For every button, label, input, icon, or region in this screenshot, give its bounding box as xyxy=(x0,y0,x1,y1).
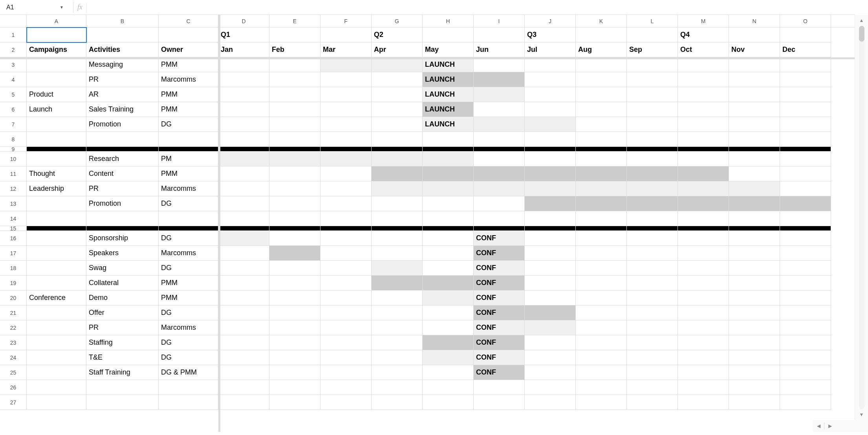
vertical-scrollbar[interactable]: ▲ ▼ xyxy=(855,15,868,420)
month-cell[interactable] xyxy=(627,276,678,291)
horizontal-scroll-controls[interactable]: ◀ ▶ xyxy=(813,420,868,432)
month-cell[interactable] xyxy=(372,365,423,380)
month-cell[interactable] xyxy=(678,152,729,166)
month-cell[interactable] xyxy=(218,117,269,132)
owner-cell[interactable]: Marcomms xyxy=(159,181,218,196)
month-cell[interactable] xyxy=(576,102,627,117)
month-cell[interactable] xyxy=(320,276,372,291)
month-cell[interactable] xyxy=(525,320,576,335)
select-all-corner[interactable] xyxy=(0,15,27,27)
cell[interactable] xyxy=(729,27,780,42)
column-header-A[interactable]: A xyxy=(27,15,86,27)
month-cell[interactable] xyxy=(269,166,320,181)
month-cell[interactable] xyxy=(372,320,423,335)
month-cell[interactable] xyxy=(218,350,269,365)
activity-cell[interactable]: PR xyxy=(86,320,159,335)
month-cell[interactable] xyxy=(372,305,423,320)
month-cell[interactable] xyxy=(423,211,474,226)
row-header-26[interactable]: 26 xyxy=(0,380,26,395)
month-cell[interactable] xyxy=(678,231,729,246)
month-cell[interactable] xyxy=(320,380,372,395)
month-cell[interactable] xyxy=(423,261,474,276)
month-cell[interactable] xyxy=(474,152,525,166)
month-cell[interactable] xyxy=(525,276,576,291)
month-cell[interactable] xyxy=(627,365,678,380)
month-cell[interactable] xyxy=(729,395,780,410)
month-cell[interactable] xyxy=(780,231,831,246)
month-cell[interactable] xyxy=(372,291,423,305)
column-header-M[interactable]: M xyxy=(678,15,729,27)
month-cell[interactable] xyxy=(729,152,780,166)
owner-cell[interactable]: Marcomms xyxy=(159,246,218,261)
activity-cell[interactable] xyxy=(86,395,159,410)
column-header-B[interactable]: B xyxy=(86,15,159,27)
owner-cell[interactable]: Marcomms xyxy=(159,320,218,335)
cell[interactable] xyxy=(627,27,678,42)
month-cell[interactable] xyxy=(525,305,576,320)
divider-row[interactable] xyxy=(86,226,159,231)
month-cell[interactable] xyxy=(320,211,372,226)
owner-cell[interactable]: PMM xyxy=(159,57,218,72)
month-cell[interactable] xyxy=(269,72,320,87)
grid[interactable]: Q1Q2Q3Q4CampaignsActivitiesOwnerJanFebMa… xyxy=(27,27,831,410)
month-cell[interactable] xyxy=(320,57,372,72)
activity-cell[interactable]: PR xyxy=(86,72,159,87)
month-cell[interactable] xyxy=(576,350,627,365)
month-cell[interactable] xyxy=(576,181,627,196)
month-cell[interactable] xyxy=(423,365,474,380)
month-cell[interactable] xyxy=(320,72,372,87)
campaign-label[interactable] xyxy=(27,380,86,395)
month-cell[interactable] xyxy=(576,196,627,211)
divider-row[interactable] xyxy=(372,147,423,152)
month-cell[interactable] xyxy=(729,261,780,276)
month-cell[interactable] xyxy=(218,211,269,226)
month-cell[interactable] xyxy=(780,291,831,305)
owner-cell[interactable]: DG xyxy=(159,350,218,365)
row-header-24[interactable]: 24 xyxy=(0,350,26,365)
month-cell[interactable] xyxy=(269,335,320,350)
month-cell[interactable] xyxy=(218,335,269,350)
divider-row[interactable] xyxy=(86,147,159,152)
month-cell[interactable] xyxy=(474,196,525,211)
activity-cell[interactable]: Staff Training xyxy=(86,365,159,380)
campaign-label[interactable] xyxy=(27,335,86,350)
month-cell[interactable] xyxy=(780,276,831,291)
campaign-label[interactable] xyxy=(27,72,86,87)
owner-cell[interactable]: DG xyxy=(159,261,218,276)
month-cell[interactable] xyxy=(474,380,525,395)
owner-cell[interactable]: PMM xyxy=(159,276,218,291)
month-cell[interactable] xyxy=(627,152,678,166)
month-cell[interactable] xyxy=(423,196,474,211)
month-cell[interactable] xyxy=(218,291,269,305)
month-cell[interactable] xyxy=(320,196,372,211)
month-cell[interactable] xyxy=(320,181,372,196)
campaign-label[interactable] xyxy=(27,231,86,246)
month-cell[interactable] xyxy=(525,395,576,410)
month-cell[interactable] xyxy=(780,350,831,365)
month-cell[interactable] xyxy=(372,246,423,261)
activity-cell[interactable]: Research xyxy=(86,152,159,166)
month-cell[interactable] xyxy=(627,231,678,246)
row-header-5[interactable]: 5 xyxy=(0,87,26,102)
owner-cell[interactable]: PMM xyxy=(159,102,218,117)
month-cell[interactable] xyxy=(218,246,269,261)
column-header-F[interactable]: F xyxy=(320,15,372,27)
month-cell[interactable] xyxy=(269,276,320,291)
owner-cell[interactable]: PMM xyxy=(159,166,218,181)
month-cell[interactable] xyxy=(423,231,474,246)
month-cell[interactable] xyxy=(729,132,780,147)
owner-cell[interactable]: DG xyxy=(159,196,218,211)
month-cell[interactable] xyxy=(729,246,780,261)
month-cell[interactable] xyxy=(678,246,729,261)
month-cell[interactable] xyxy=(627,102,678,117)
month-cell[interactable] xyxy=(576,291,627,305)
month-cell[interactable] xyxy=(627,395,678,410)
month-cell[interactable] xyxy=(729,117,780,132)
month-cell[interactable]: LAUNCH xyxy=(423,117,474,132)
row-header-23[interactable]: 23 xyxy=(0,335,26,350)
owner-cell[interactable]: PM xyxy=(159,152,218,166)
month-cell[interactable] xyxy=(525,196,576,211)
divider-row[interactable] xyxy=(269,147,320,152)
month-cell[interactable] xyxy=(678,305,729,320)
month-cell[interactable] xyxy=(780,117,831,132)
